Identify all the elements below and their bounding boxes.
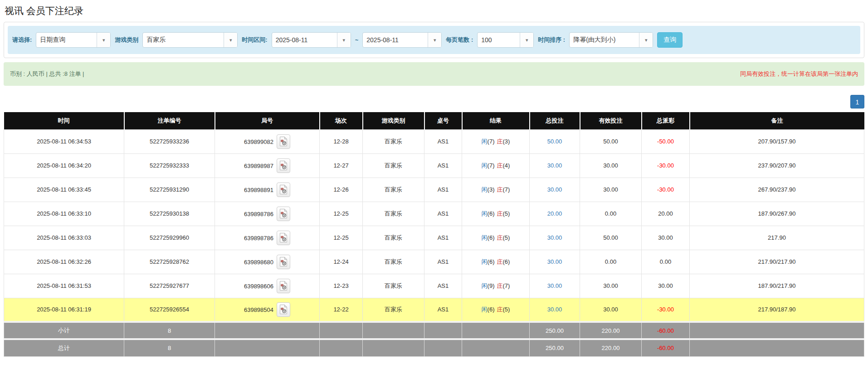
total-bet-cell: 30.00 — [530, 226, 580, 250]
result-cell: 闲(9)庄(7) — [462, 274, 530, 298]
table-no-cell: AS1 — [424, 153, 462, 178]
page-title: 视讯 会员下注纪录 — [5, 5, 864, 17]
page-size-caret-button[interactable]: ▾ — [520, 33, 533, 47]
video-replay-button[interactable] — [277, 279, 290, 293]
total-bet-cell: 50.00 — [530, 129, 580, 153]
session-cell: 12-25 — [320, 226, 363, 250]
summary-empty-cell — [363, 322, 424, 339]
total-bet-cell: 30.00 — [530, 178, 580, 202]
round-no-cell: 639898987 — [215, 153, 320, 178]
page-1-button[interactable]: 1 — [850, 95, 864, 109]
caret-down-icon: ▾ — [526, 37, 528, 43]
valid-bet-cell: 30.00 — [580, 274, 642, 298]
game-type-caret-button[interactable]: ▾ — [224, 33, 237, 47]
query-type-select: ▾ — [36, 32, 111, 48]
caret-down-icon: ▾ — [434, 37, 436, 43]
bet-records-table: 时间注单编号局号场次游戏类别桌号结果总投注有效投注总派彩备注 2025-08-1… — [4, 112, 864, 357]
summary-empty-cell — [424, 322, 462, 339]
result-cell: 闲(7)庄(3) — [462, 129, 530, 153]
total-bet-link[interactable]: 30.00 — [547, 258, 562, 265]
column-header-6: 结果 — [462, 112, 530, 129]
table-row: 2025-08-11 06:33:45522725931290639898891… — [4, 178, 864, 202]
valid-bet-cell: 30.00 — [580, 153, 642, 178]
summary-empty-cell — [215, 339, 320, 356]
total-bet-cell: 30.00 — [530, 153, 580, 178]
date-to-caret-button[interactable]: ▾ — [428, 33, 441, 47]
video-replay-button[interactable] — [277, 158, 290, 173]
total-bet-link[interactable]: 30.00 — [547, 306, 562, 313]
payout-cell: 30.00 — [642, 226, 690, 250]
total-bet-link[interactable]: 20.00 — [547, 210, 562, 217]
video-replay-button[interactable] — [277, 134, 290, 149]
time-cell: 2025-08-11 06:32:26 — [4, 250, 124, 274]
game-type-cell: 百家乐 — [363, 129, 424, 153]
total-bet-link[interactable]: 30.00 — [547, 234, 562, 241]
summary-label-cell: 小计 — [4, 322, 124, 339]
summary-empty-cell — [215, 322, 320, 339]
query-type-caret-button[interactable]: ▾ — [97, 33, 110, 47]
player-result: 闲 — [482, 210, 488, 217]
column-header-4: 游戏类别 — [363, 112, 424, 129]
page-size-input[interactable] — [478, 33, 520, 47]
round-no-cell: 639899082 — [215, 129, 320, 153]
player-result-number: (7) — [488, 162, 495, 169]
sort-order-caret-button[interactable]: ▾ — [639, 33, 653, 47]
summary-count-cell: 8 — [124, 322, 215, 339]
valid-bet-cell: 50.00 — [580, 129, 642, 153]
player-result-number: (3) — [488, 186, 495, 193]
bet-no-cell: 522725928762 — [124, 250, 215, 274]
sort-order-input[interactable] — [570, 33, 639, 47]
remark-cell: 187.90/267.90 — [690, 202, 864, 226]
column-header-10: 备注 — [690, 112, 864, 129]
session-cell: 12-26 — [320, 178, 363, 202]
banker-result-number: (3) — [503, 138, 510, 145]
player-result: 闲 — [482, 234, 488, 241]
column-header-5: 桌号 — [424, 112, 462, 129]
banker-result: 庄 — [497, 210, 503, 217]
total-bet-link[interactable]: 30.00 — [547, 162, 562, 169]
time-cell: 2025-08-11 06:31:19 — [4, 298, 124, 322]
session-cell: 12-25 — [320, 202, 363, 226]
date-from-caret-button[interactable]: ▾ — [337, 33, 351, 47]
video-replay-button[interactable] — [277, 231, 290, 245]
video-icon — [279, 281, 288, 291]
banker-result: 庄 — [497, 258, 503, 265]
remark-cell: 217.90/217.90 — [690, 250, 864, 274]
video-icon — [279, 136, 288, 147]
game-type-input[interactable] — [143, 33, 224, 47]
valid-bet-cell: 0.00 — [580, 202, 642, 226]
video-icon — [279, 160, 288, 171]
payout-cell: -50.00 — [642, 129, 690, 153]
game-type-cell: 百家乐 — [363, 202, 424, 226]
video-replay-button[interactable] — [277, 182, 290, 197]
summary-valid-bet-cell: 220.00 — [580, 322, 642, 339]
bet-no-cell: 522725929960 — [124, 226, 215, 250]
total-bet-link[interactable]: 50.00 — [547, 138, 562, 145]
time-cell: 2025-08-11 06:33:03 — [4, 226, 124, 250]
round-no-cell: 639898504 — [215, 298, 320, 322]
column-header-1: 注单编号 — [124, 112, 215, 129]
round-no: 639898606 — [244, 282, 273, 289]
search-button[interactable]: 查询 — [657, 32, 683, 48]
banker-result: 庄 — [497, 234, 503, 241]
payout-cell: 0.00 — [642, 250, 690, 274]
round-no: 639898680 — [244, 258, 273, 265]
video-replay-button[interactable] — [277, 255, 290, 269]
banker-result: 庄 — [497, 138, 503, 145]
player-result-number: (9) — [488, 282, 495, 289]
video-replay-button[interactable] — [277, 207, 290, 221]
query-type-input[interactable] — [36, 33, 97, 47]
game-type-cell: 百家乐 — [363, 226, 424, 250]
remark-cell: 267.90/237.90 — [690, 178, 864, 202]
summary-empty-cell — [424, 339, 462, 356]
game-type-cell: 百家乐 — [363, 274, 424, 298]
game-type-cell: 百家乐 — [363, 298, 424, 322]
column-header-9: 总派彩 — [642, 112, 690, 129]
session-cell: 12-28 — [320, 129, 363, 153]
date-to-input[interactable] — [363, 33, 428, 47]
summary-empty-cell — [690, 339, 864, 356]
total-bet-link[interactable]: 30.00 — [547, 282, 562, 289]
video-replay-button[interactable] — [277, 302, 290, 317]
total-bet-link[interactable]: 30.00 — [547, 186, 562, 193]
date-from-input[interactable] — [272, 33, 337, 47]
